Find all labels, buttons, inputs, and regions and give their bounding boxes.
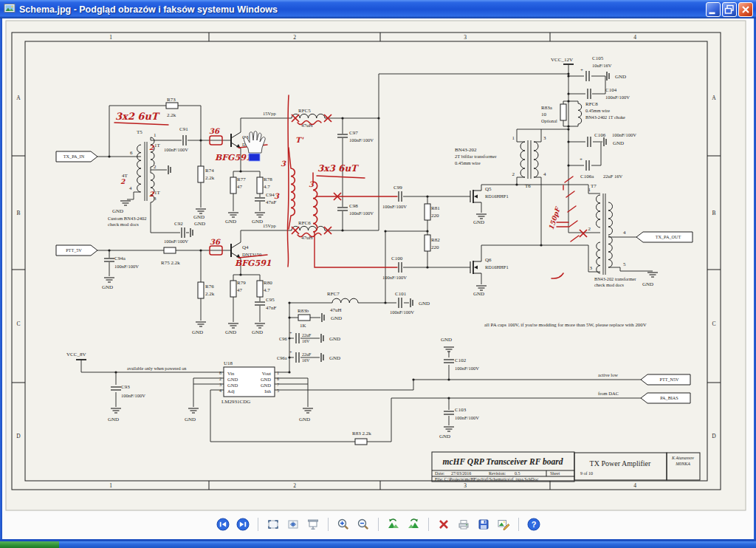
best-fit-icon (267, 518, 280, 531)
app-window: Schema.jpg - Podgląd obrazów i faksów sy… (0, 0, 756, 548)
svg-text:Adj: Adj (227, 388, 235, 394)
restore-button[interactable] (722, 2, 737, 17)
svg-text:16V: 16V (302, 339, 310, 343)
svg-text:GND: GND (193, 214, 205, 220)
slideshow-button[interactable] (304, 516, 322, 533)
taskbar-start-fragment[interactable] (0, 541, 59, 548)
svg-text:4: 4 (633, 34, 636, 41)
svg-text:VCC_12V: VCC_12V (551, 57, 573, 63)
svg-text:R83b: R83b (298, 308, 309, 314)
print-button[interactable] (455, 516, 472, 533)
svg-text:VCC_8V: VCC_8V (66, 352, 86, 357)
svg-text:C105: C105 (592, 55, 604, 61)
svg-text:RFC8: RFC8 (585, 101, 598, 107)
rotate-counterclockwise-button[interactable] (385, 516, 402, 533)
svg-text:4.7: 4.7 (264, 184, 270, 190)
svg-text:GND: GND (439, 434, 450, 439)
svg-text:R81: R81 (431, 205, 440, 211)
delete-icon (437, 518, 450, 531)
svg-text:220: 220 (431, 244, 439, 250)
svg-text:Sheet: Sheet (550, 471, 560, 476)
svg-text:D: D (16, 433, 21, 439)
print-icon (457, 518, 470, 531)
svg-text:C97: C97 (349, 130, 358, 136)
title-bar: Schema.jpg - Podgląd obrazów i faksów sy… (0, 0, 756, 18)
svg-text:R75 2.2k: R75 2.2k (161, 260, 180, 266)
zoom-out-button[interactable] (354, 516, 372, 533)
previous-image-button[interactable] (214, 516, 232, 533)
svg-text:+: + (580, 67, 583, 73)
schematic-image[interactable]: 11223344AABBCCDDTX_PA_INPTT_5VTX_PA_OUTP… (2, 18, 754, 539)
svg-text:C92: C92 (174, 221, 183, 227)
svg-text:6: 6 (277, 377, 279, 381)
svg-text:C98: C98 (349, 203, 358, 209)
svg-text:100nF/100V: 100nF/100V (114, 264, 139, 269)
svg-text:0.5: 0.5 (515, 471, 520, 476)
svg-text:C106a: C106a (580, 174, 594, 179)
svg-text:PTT_N5V: PTT_N5V (659, 377, 679, 382)
svg-text:C: C (712, 321, 715, 327)
svg-text:100nF/100V: 100nF/100V (612, 132, 636, 137)
svg-text:GND: GND (613, 140, 624, 146)
help-button[interactable]: ? (525, 516, 543, 533)
svg-text:U18: U18 (224, 360, 233, 366)
svg-text:4.7: 4.7 (264, 287, 270, 293)
svg-text:Optional: Optional (541, 118, 557, 123)
svg-text:2.2k: 2.2k (205, 175, 215, 181)
actual-size-button[interactable] (284, 516, 302, 533)
svg-text:100nF/100V: 100nF/100V (455, 415, 479, 420)
svg-text:C104: C104 (605, 87, 617, 93)
svg-text:?: ? (531, 520, 536, 529)
edit-icon (497, 518, 510, 531)
svg-text:1K: 1K (300, 323, 306, 329)
taskbar[interactable] (0, 541, 756, 548)
svg-text:Custom BN43-2402: Custom BN43-2402 (108, 216, 147, 221)
zoom-in-button[interactable] (334, 516, 352, 533)
next-image-button[interactable] (234, 516, 252, 533)
zoom-out-icon (357, 518, 370, 531)
svg-text:C96a: C96a (277, 355, 287, 360)
rotate-clockwise-button[interactable] (405, 516, 422, 533)
svg-text:100nF/100V: 100nF/100V (390, 309, 414, 315)
svg-text:8: 8 (219, 371, 221, 375)
svg-text:LM2931CDG: LM2931CDG (221, 399, 250, 405)
svg-text:GND: GND (192, 329, 203, 335)
svg-text:4: 4 (219, 388, 221, 393)
delete-button[interactable] (435, 516, 453, 533)
slideshow-icon (306, 518, 320, 531)
svg-text:1: 1 (109, 34, 112, 41)
save-button[interactable] (475, 516, 492, 533)
svg-text:GND: GND (261, 383, 271, 388)
svg-text:3: 3 (464, 34, 467, 41)
svg-text:GND: GND (252, 219, 263, 225)
svg-text:BFG591: BFG591 (235, 258, 272, 268)
svg-text:15Vpp: 15Vpp (263, 223, 276, 228)
svg-text:RFC7: RFC7 (327, 291, 340, 297)
svg-text:2: 2 (154, 164, 157, 170)
svg-text:C101: C101 (395, 291, 407, 297)
svg-text:22uF: 22uF (302, 352, 312, 357)
svg-text:GND: GND (615, 74, 626, 80)
edit-button[interactable] (495, 516, 512, 533)
svg-text:3: 3 (309, 180, 315, 188)
svg-text:3: 3 (543, 135, 546, 141)
svg-text:R83a: R83a (541, 105, 553, 111)
svg-text:36: 36 (209, 127, 220, 135)
svg-text:1: 1 (512, 135, 515, 141)
svg-text:100nF/100V: 100nF/100V (455, 366, 479, 371)
zoom-in-icon (337, 518, 350, 531)
svg-text:C91: C91 (179, 126, 188, 132)
actual-size-icon (286, 518, 300, 531)
best-fit-button[interactable] (264, 516, 282, 533)
minimize-button[interactable] (706, 2, 721, 17)
help-icon: ? (527, 518, 540, 531)
close-button[interactable] (738, 2, 753, 17)
toolbar-separator (378, 518, 379, 531)
svg-text:47: 47 (237, 287, 243, 293)
svg-text:PTT_5V: PTT_5V (66, 247, 82, 253)
svg-text:GND: GND (112, 208, 123, 214)
svg-text:GND: GND (473, 291, 484, 297)
svg-text:Vin: Vin (227, 371, 235, 376)
svg-text:mcHF QRP Transceiver RF board: mcHF QRP Transceiver RF board (443, 457, 563, 466)
viewer-content: 11223344AABBCCDDTX_PA_INPTT_5VTX_PA_OUTP… (2, 18, 754, 539)
